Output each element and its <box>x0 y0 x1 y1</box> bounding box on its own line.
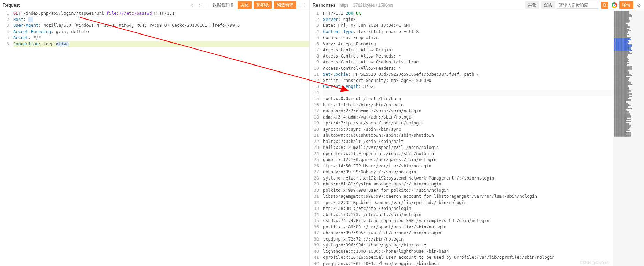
build-request-button[interactable]: 构造请求 <box>274 1 296 9</box>
request-gutter: 123456 <box>0 10 12 266</box>
prev-icon[interactable]: < <box>188 2 195 8</box>
request-panel: Request < > | 数据包扫描 美化 热加载 构造请求 ⛶ 123456… <box>0 0 310 266</box>
request-editor[interactable]: 123456 GET /index.php/api/login/httpGet?… <box>0 10 309 266</box>
response-beautify-button[interactable]: 美化 <box>525 1 539 9</box>
next-icon[interactable]: > <box>197 2 204 8</box>
request-header: Request < > | 数据包扫描 美化 热加载 构造请求 ⛶ <box>0 0 309 10</box>
watermark: CSDN @DxSec1 <box>580 260 609 265</box>
response-editor[interactable]: 1234567891011121314151617181920212223242… <box>310 10 644 266</box>
response-title: Responses <box>313 2 335 8</box>
minimap[interactable]: ████████████████████████████████████████… <box>613 10 644 266</box>
response-gutter: 1234567891011121314151617181920212223242… <box>310 10 322 266</box>
detail-button[interactable]: 详情 <box>619 1 633 9</box>
response-search-input[interactable] <box>557 2 598 9</box>
request-code[interactable]: GET /index.php/api/login/httpGet?url=fil… <box>12 10 309 266</box>
request-title: Request <box>3 2 20 8</box>
gear-icon[interactable]: ⚙ <box>637 2 641 8</box>
beautify-button[interactable]: 美化 <box>238 1 252 9</box>
response-header: Responses https 37621bytes / 1586ms 美化 渲… <box>310 0 644 10</box>
response-meta: https 37621bytes / 1586ms <box>339 3 393 8</box>
response-code[interactable]: HTTP/1.1 200 OKServer: nginxDate: Fri, 0… <box>322 10 613 266</box>
svg-line-1 <box>605 6 606 7</box>
scan-button[interactable]: 数据包扫描 <box>210 1 236 9</box>
svg-point-0 <box>603 3 606 6</box>
response-render-button[interactable]: 渲染 <box>541 1 555 9</box>
search-icon[interactable] <box>601 2 608 9</box>
hotload-button[interactable]: 热加载 <box>254 1 272 9</box>
chrome-icon[interactable] <box>612 2 617 8</box>
divider: | <box>207 3 208 8</box>
response-panel: Responses https 37621bytes / 1586ms 美化 渲… <box>310 0 644 266</box>
expand-icon[interactable]: ⛶ <box>298 2 307 8</box>
